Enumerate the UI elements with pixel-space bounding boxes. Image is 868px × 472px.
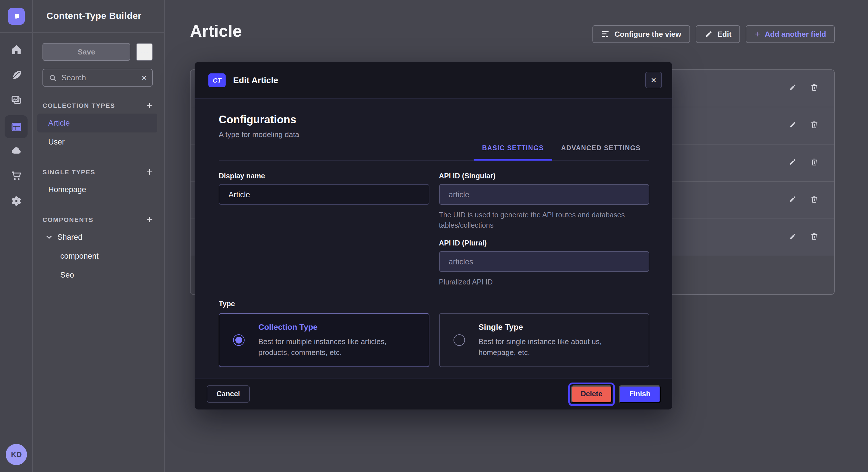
add-another-field-button[interactable]: + Add another field [746,25,835,43]
type-cards: Collection Type Best for multiple instan… [219,313,649,367]
configure-view-icon [601,30,610,38]
row-edit-pencil-icon[interactable] [788,232,797,243]
configure-view-label: Configure the view [615,30,681,38]
row-delete-trash-icon[interactable] [810,83,818,94]
pencil-icon [704,30,713,38]
modal-footer: Cancel Delete Finish [195,378,672,409]
sidebar-body: Save ⋯ ✕ COLLECTION TYPES + Article User… [33,33,164,284]
components-header: COMPONENTS + [42,216,153,224]
collection-type-desc: Best for multiple instances like article… [258,336,416,359]
display-name-label: Display name [219,172,429,180]
single-type-card[interactable]: Single Type Best for single instance lik… [439,313,649,367]
user-avatar[interactable]: KD [6,444,27,465]
content-manager-feather-icon[interactable] [3,65,29,84]
display-name-field[interactable] [219,184,429,205]
row-edit-pencil-icon[interactable] [788,120,797,131]
rail-nav [0,33,32,216]
footer-actions: Delete Finish [568,382,661,406]
content-type-builder-icon[interactable] [5,115,28,138]
search-icon [49,74,57,82]
components-label: COMPONENTS [42,216,94,223]
releases-cloud-icon[interactable] [3,140,29,160]
page-title: Article [190,22,242,41]
collection-type-card[interactable]: Collection Type Best for multiple instan… [219,313,429,367]
add-collection-type-icon[interactable]: + [146,102,153,109]
modal-body: Configurations A type for modeling data … [195,99,672,378]
single-types-header: SINGLE TYPES + [42,168,153,176]
sidebar-item-article[interactable]: Article [37,113,157,133]
single-type-title: Single Type [478,322,636,332]
row-delete-trash-icon[interactable] [810,195,818,206]
modal-title: Edit Article [233,75,278,85]
type-label: Type [219,300,649,308]
edit-article-modal: CT Edit Article ✕ Configurations A type … [195,62,672,409]
close-icon[interactable]: ✕ [645,72,662,88]
row-delete-trash-icon[interactable] [810,232,818,243]
content-type-badge: CT [208,73,226,87]
sidebar-item-homepage[interactable]: Homepage [37,180,157,199]
settings-gear-icon[interactable] [3,191,29,210]
strapi-logo-icon[interactable] [8,8,24,24]
tab-advanced-settings[interactable]: ADVANCED SETTINGS [553,144,649,160]
save-button[interactable]: Save [42,43,130,61]
search-input[interactable] [61,73,136,82]
shared-group-label: Shared [57,233,82,241]
rail-header [0,0,32,33]
api-id-plural-field[interactable] [439,251,649,272]
row-edit-pencil-icon[interactable] [788,83,797,94]
home-icon[interactable] [3,40,29,59]
row-edit-pencil-icon[interactable] [788,195,797,206]
row-delete-trash-icon[interactable] [810,158,818,168]
single-types-label: SINGLE TYPES [42,169,95,175]
api-id-singular-label: API ID (Singular) [439,172,649,180]
chevron-down-icon [46,235,52,239]
cancel-button[interactable]: Cancel [207,385,250,403]
search-box[interactable]: ✕ [42,69,153,87]
sidebar: Content-Type Builder Save ⋯ ✕ COLLECTION… [33,0,165,472]
header-actions: Configure the view Edit + Add another fi… [593,25,835,43]
app-root: KD Content-Type Builder Save ⋯ ✕ COLLECT… [0,0,868,472]
nav-rail: KD [0,0,33,472]
collection-type-radio[interactable] [233,335,245,346]
sidebar-item-seo[interactable]: Seo [37,266,157,284]
delete-button-highlight-ring: Delete [568,382,615,406]
sidebar-item-component[interactable]: component [37,247,157,266]
row-edit-pencil-icon[interactable] [788,158,797,168]
plus-icon: + [754,30,760,38]
configure-view-button[interactable]: Configure the view [593,25,690,43]
tab-basic-settings[interactable]: BASIC SETTINGS [473,144,552,160]
settings-tabs: BASIC SETTINGS ADVANCED SETTINGS [473,144,649,160]
add-another-field-label: Add another field [765,30,826,38]
sidebar-title: Content-Type Builder [33,0,164,33]
collection-types-label: COLLECTION TYPES [42,102,115,109]
configurations-title: Configurations [219,113,649,126]
single-type-desc: Best for single instance like about us, … [478,336,636,359]
add-single-type-icon[interactable]: + [146,168,153,176]
display-name-group: Display name [219,172,429,288]
fields-grid: Display name API ID (Singular) The UID i… [219,172,649,288]
add-component-icon[interactable]: + [146,216,153,224]
api-id-group: API ID (Singular) The UID is used to gen… [439,172,649,288]
configurations-section-header: Configurations A type for modeling data … [219,113,649,161]
sidebar-group-shared[interactable]: Shared [37,228,157,247]
collection-types-header: COLLECTION TYPES + [42,102,153,109]
clear-search-icon[interactable]: ✕ [141,74,147,82]
edit-button[interactable]: Edit [695,25,740,43]
marketplace-cart-icon[interactable] [3,166,29,185]
api-id-singular-field[interactable] [439,184,649,205]
collection-type-title: Collection Type [258,322,416,332]
row-delete-trash-icon[interactable] [810,120,818,131]
configurations-subtitle: A type for modeling data [219,130,649,139]
edit-label: Edit [717,30,732,38]
sidebar-item-user[interactable]: User [37,133,157,151]
media-library-icon[interactable] [3,90,29,109]
more-options-button[interactable]: ⋯ [136,43,153,61]
modal-header: CT Edit Article ✕ [195,62,672,99]
finish-button[interactable]: Finish [619,385,661,403]
api-id-plural-label: API ID (Plural) [439,239,649,247]
api-id-singular-help: The UID is used to generate the API rout… [439,210,640,231]
delete-button[interactable]: Delete [571,385,612,403]
single-type-radio[interactable] [453,335,465,346]
api-id-plural-help: Pluralized API ID [439,277,640,288]
